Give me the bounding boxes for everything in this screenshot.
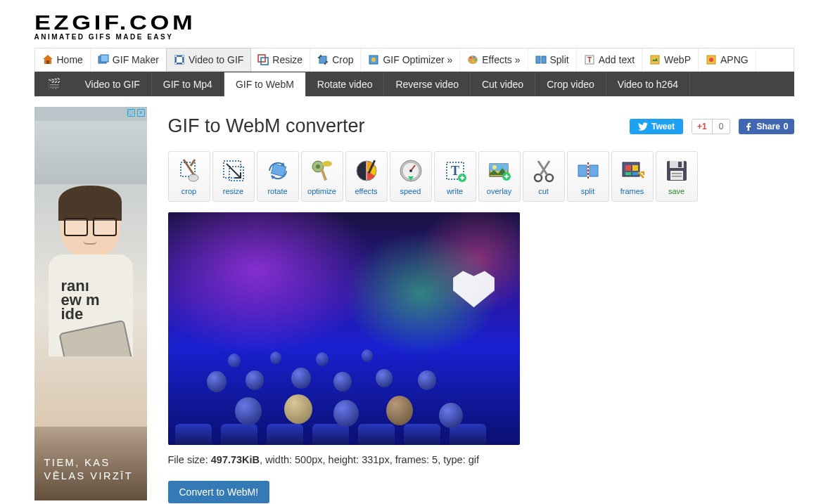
- nav-split[interactable]: Split: [528, 49, 577, 71]
- nav-webp[interactable]: WebP: [642, 49, 699, 71]
- tool-label: overlay: [487, 187, 511, 195]
- subnav-crop-video[interactable]: Crop video: [535, 72, 606, 96]
- tool-split[interactable]: split: [567, 151, 609, 202]
- resize-tool-icon: [220, 157, 247, 184]
- nav-gif-optimizer[interactable]: GIF Optimizer »: [361, 49, 460, 71]
- svg-rect-59: [678, 162, 682, 167]
- toolbar: crop resize rotate optimize effects: [168, 151, 794, 202]
- svg-point-46: [492, 165, 497, 169]
- svg-point-34: [322, 161, 332, 167]
- svg-point-27: [189, 174, 198, 181]
- page-title: GIF to WebM converter: [168, 115, 365, 137]
- subnav-gif-to-mp4[interactable]: GIF to Mp4: [152, 72, 224, 96]
- tool-label: cut: [538, 187, 549, 195]
- ad-info-icon[interactable]: ⓘ: [127, 109, 135, 117]
- apng-icon: [706, 54, 717, 65]
- tool-label: split: [581, 187, 595, 195]
- nav-apng[interactable]: APNG: [699, 49, 756, 71]
- tool-write[interactable]: T write: [434, 151, 476, 202]
- frames-tool-icon: [619, 157, 646, 184]
- nav-effects[interactable]: Effects »: [460, 49, 528, 71]
- nav-label: APNG: [720, 54, 749, 65]
- home-icon: [42, 54, 53, 65]
- fb-share-button[interactable]: Share 0: [739, 119, 794, 134]
- nav-video-to-gif[interactable]: Video to GIF: [166, 48, 251, 72]
- optimize-tool-icon: [309, 157, 336, 184]
- resize-icon: [257, 54, 269, 65]
- svg-rect-0: [46, 60, 49, 64]
- save-tool-icon: [663, 157, 690, 184]
- nav-gif-maker[interactable]: GIF Maker: [91, 49, 167, 71]
- subnav-cut-video[interactable]: Cut video: [471, 72, 535, 96]
- svg-point-15: [470, 57, 472, 59]
- svg-rect-60: [670, 171, 683, 180]
- gplus-count: 0: [713, 119, 730, 134]
- svg-point-49: [546, 174, 553, 181]
- nav-resize[interactable]: Resize: [250, 49, 310, 71]
- crop-tool-icon: [176, 157, 203, 184]
- file-size: 497.73KiB: [211, 454, 260, 465]
- svg-rect-55: [625, 172, 631, 175]
- tool-frames[interactable]: frames: [611, 151, 654, 202]
- nav-label: Resize: [272, 54, 302, 65]
- film-icon: [174, 54, 185, 65]
- convert-button[interactable]: Convert to WebM!: [168, 481, 270, 503]
- svg-rect-10: [261, 58, 268, 65]
- nav-add-text[interactable]: T Add text: [577, 49, 642, 71]
- nav-label: WebP: [664, 54, 691, 65]
- svg-rect-23: [651, 56, 659, 64]
- tool-rotate[interactable]: rotate: [257, 151, 299, 202]
- webp-icon: [649, 54, 661, 65]
- write-tool-icon: T: [442, 157, 469, 184]
- svg-text:T: T: [587, 56, 592, 64]
- nav-label: Split: [550, 54, 569, 65]
- tool-crop[interactable]: crop: [168, 151, 210, 202]
- sidebar-ad[interactable]: ⓘ ✕ ranı ew m ide: [34, 107, 147, 500]
- subnav-video-to-h264[interactable]: Video to h264: [606, 72, 690, 96]
- nav-label: Video to GIF: [189, 54, 243, 65]
- tool-save[interactable]: save: [656, 151, 698, 202]
- tweet-button[interactable]: Tweet: [630, 119, 683, 134]
- svg-point-13: [371, 58, 376, 62]
- subnav-rotate-video[interactable]: Rotate video: [306, 72, 385, 96]
- split-icon: [535, 54, 547, 65]
- nav-label: Crop: [332, 54, 353, 65]
- svg-rect-54: [632, 165, 638, 171]
- svg-point-17: [475, 59, 477, 61]
- tool-cut[interactable]: cut: [523, 151, 565, 202]
- svg-rect-33: [320, 168, 327, 181]
- logo-main[interactable]: EZGIF.COM: [34, 11, 196, 34]
- effects-tool-icon: [353, 157, 380, 184]
- split-tool-icon: [575, 157, 601, 184]
- nav-crop[interactable]: Crop: [310, 49, 361, 71]
- tool-overlay[interactable]: overlay: [478, 151, 521, 202]
- svg-rect-61: [672, 173, 682, 174]
- svg-rect-56: [632, 172, 638, 175]
- ad-close-icon[interactable]: ✕: [137, 109, 145, 117]
- tool-effects[interactable]: effects: [345, 151, 388, 202]
- ad-person: ranı ew m ide: [42, 191, 140, 374]
- tool-optimize[interactable]: optimize: [301, 151, 343, 202]
- svg-rect-62: [672, 176, 682, 177]
- nav-label: GIF Maker: [113, 54, 159, 65]
- svg-rect-11: [319, 56, 326, 63]
- subnav-gif-to-webm[interactable]: GIF to WebM: [224, 72, 306, 96]
- nav-home[interactable]: Home: [35, 49, 91, 71]
- svg-point-48: [535, 174, 542, 181]
- tool-label: optimize: [307, 187, 336, 195]
- subnav-reverse-video[interactable]: Reverse video: [384, 72, 471, 96]
- palette-icon: [467, 54, 478, 65]
- gplus-button[interactable]: +1 0: [692, 119, 730, 134]
- tool-speed[interactable]: speed: [390, 151, 432, 202]
- nav-label: Home: [57, 54, 83, 65]
- ad-text: TIEM, KAS VĒLAS VIRZĪT: [44, 456, 134, 483]
- svg-rect-4: [177, 57, 182, 63]
- svg-rect-50: [578, 165, 587, 176]
- main-nav: Home GIF Maker Video to GIF Resize Crop …: [34, 48, 794, 72]
- svg-rect-51: [590, 165, 598, 176]
- twitter-icon: [638, 122, 648, 131]
- tool-resize[interactable]: resize: [212, 151, 255, 202]
- tool-label: speed: [400, 187, 421, 195]
- subnav-video-to-gif[interactable]: Video to GIF: [74, 72, 152, 96]
- nav-label: Add text: [599, 54, 635, 65]
